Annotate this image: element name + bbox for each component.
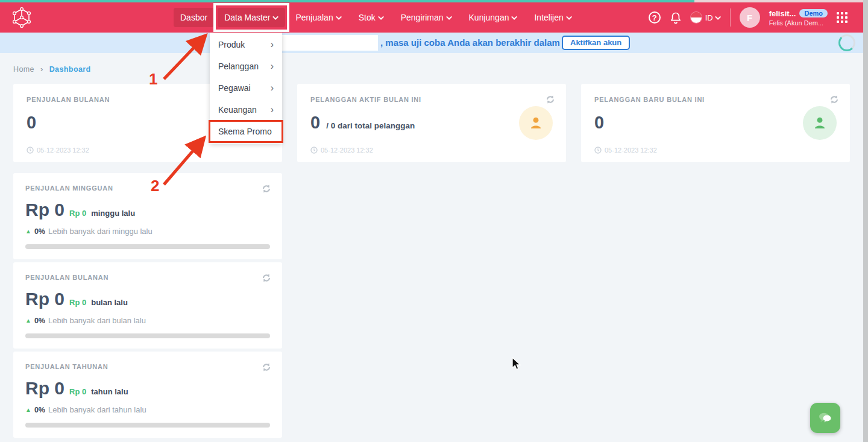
sales-compare-value: Rp 0: [69, 209, 86, 218]
trend-up-icon: ▲: [25, 406, 31, 413]
chevron-down-icon: [715, 14, 721, 20]
submenu-arrow-icon: ›: [271, 62, 274, 71]
indonesia-flag-icon: [691, 12, 702, 23]
dropdown-item-keuangan[interactable]: Keuangan ›: [210, 99, 282, 121]
customer-icon-bubble: [803, 106, 837, 140]
trend-percent: 0%: [34, 406, 45, 414]
trend-up-icon: ▲: [25, 228, 31, 235]
chevron-down-icon: [273, 14, 279, 20]
menu-item-dasbor[interactable]: Dasbor: [174, 8, 214, 27]
help-icon[interactable]: ?: [649, 11, 661, 24]
card-title: PENJUALAN BULANAN: [25, 274, 270, 281]
app-root: Dasbor Data Master Penjualan Stok Pengir…: [0, 0, 868, 442]
chevron-down-icon: [336, 14, 342, 20]
trend-percent: 0%: [34, 227, 45, 236]
card-title: PENJUALAN TAHUNAN: [25, 363, 270, 370]
stat-cards-row: PENJUALAN BULANAN 0 05-12-2023 12:32 PEL…: [13, 84, 850, 162]
mouse-cursor: [510, 357, 522, 371]
breadcrumb-home[interactable]: Home: [13, 65, 34, 74]
card-title: PELANGGAN AKTIF BULAN INI: [310, 96, 553, 103]
breadcrumb-current[interactable]: Dashboard: [49, 65, 91, 74]
trend-text: Lebih banyak dari bulan lalu: [48, 316, 146, 325]
sales-progress-bar: [25, 333, 270, 338]
language-selector[interactable]: ID: [691, 12, 721, 23]
menu-item-penjualan[interactable]: Penjualan: [289, 8, 348, 27]
trend-text: Lebih banyak dari minggu lalu: [48, 227, 153, 236]
trial-banner: , masa uji coba Anda akan berakhir dalam…: [0, 33, 868, 53]
navbar-divider: [730, 8, 731, 27]
apps-grid-icon[interactable]: [837, 12, 848, 23]
dropdown-label: Produk: [218, 40, 245, 49]
refresh-icon[interactable]: [262, 362, 271, 374]
menu-label: Stok: [359, 13, 376, 22]
trend-row: ▲ 0% Lebih banyak dari minggu lalu: [25, 227, 270, 236]
data-master-dropdown: Produk › Pelanggan › Pegawai › Keuangan …: [210, 33, 282, 144]
menu-label: Pengiriman: [401, 13, 444, 22]
menu-item-pengiriman[interactable]: Pengiriman: [394, 8, 459, 27]
user-subtitle: Felis (Akun Dem...: [769, 19, 828, 27]
refresh-icon[interactable]: [262, 273, 271, 285]
menu-item-kunjungan[interactable]: Kunjungan: [462, 8, 524, 27]
sales-compare-label: tahun lalu: [91, 387, 128, 396]
main-menu: Dasbor Data Master Penjualan Stok Pengir…: [174, 8, 579, 27]
card-penjualan-bulanan: PENJUALAN BULANAN Rp 0 Rp 0 bulan lalu ▲…: [13, 262, 282, 349]
refresh-icon[interactable]: [546, 95, 555, 107]
dropdown-item-skema-promo[interactable]: Skema Promo: [210, 121, 282, 142]
brand-logo[interactable]: [0, 7, 43, 28]
refresh-icon[interactable]: [262, 184, 271, 196]
top-navbar: Dasbor Data Master Penjualan Stok Pengir…: [0, 2, 868, 33]
trend-row: ▲ 0% Lebih banyak dari bulan lalu: [25, 316, 270, 325]
language-code: ID: [705, 13, 713, 22]
notifications-bell-icon[interactable]: [670, 11, 682, 24]
vertical-scrollbar[interactable]: [863, 0, 868, 442]
breadcrumb: Home › Dashboard: [13, 65, 91, 74]
dropdown-item-pegawai[interactable]: Pegawai ›: [210, 77, 282, 99]
clock-icon: [594, 147, 602, 154]
menu-label: Intelijen: [534, 13, 563, 22]
card-penjualan-mingguan: PENJUALAN MINGGUAN Rp 0 Rp 0 minggu lalu…: [13, 173, 282, 259]
chat-support-button[interactable]: [810, 403, 840, 433]
trend-percent: 0%: [34, 317, 45, 325]
person-icon: [528, 115, 544, 131]
menu-label: Penjualan: [295, 13, 333, 22]
card-pelanggan-baru: PELANGGAN BARU BULAN INI 0: [581, 84, 850, 162]
clock-icon: [310, 147, 318, 154]
refresh-icon[interactable]: [829, 95, 839, 107]
card-value: 0: [27, 113, 36, 133]
demo-badge: Demo: [799, 9, 828, 17]
card-value-suffix: / 0 dari total pelanggan: [326, 121, 415, 130]
person-icon: [812, 115, 828, 131]
chat-bubbles-icon: [817, 411, 833, 425]
hexagon-cube-logo-icon: [11, 7, 33, 28]
card-title: PENJUALAN MINGGUAN: [25, 185, 270, 192]
dropdown-label: Skema Promo: [218, 127, 272, 136]
card-penjualan-tahunan: PENJUALAN TAHUNAN Rp 0 Rp 0 tahun lalu ▲…: [13, 352, 282, 438]
trend-text: Lebih banyak dari tahun lalu: [48, 405, 146, 414]
menu-item-intelijen[interactable]: Intelijen: [527, 8, 578, 27]
user-info[interactable]: felisit... Demo Felis (Akun Dem...: [769, 9, 828, 27]
activate-account-button[interactable]: Aktifkan akun: [562, 36, 630, 50]
sales-progress-bar: [25, 244, 270, 249]
dropdown-label: Pelanggan: [218, 62, 259, 71]
menu-label: Data Master: [224, 13, 270, 22]
card-value: 0: [310, 113, 320, 133]
card-timestamp: 05-12-2023 12:32: [310, 147, 373, 154]
user-avatar[interactable]: F: [740, 7, 760, 28]
sales-compare-value: Rp 0: [69, 387, 86, 396]
sales-compare-label: bulan lalu: [91, 298, 128, 307]
sales-value: Rp 0: [25, 289, 64, 309]
card-timestamp: 05-12-2023 12:32: [594, 147, 657, 154]
dropdown-item-pelanggan[interactable]: Pelanggan ›: [210, 55, 282, 77]
card-title: PELANGGAN BARU BULAN INI: [594, 96, 837, 103]
sales-progress-bar: [25, 423, 270, 428]
submenu-arrow-icon: ›: [271, 105, 274, 115]
sales-cards-column: PENJUALAN MINGGUAN Rp 0 Rp 0 minggu lalu…: [13, 173, 282, 438]
submenu-arrow-icon: ›: [271, 83, 274, 93]
dropdown-item-produk[interactable]: Produk ›: [210, 34, 282, 55]
sales-compare-value: Rp 0: [69, 298, 86, 307]
timestamp-text: 05-12-2023 12:32: [37, 147, 89, 154]
menu-item-stok[interactable]: Stok: [352, 8, 391, 27]
customer-icon-bubble: [519, 106, 553, 140]
card-pelanggan-aktif: PELANGGAN AKTIF BULAN INI 0 / 0 dari tot…: [297, 84, 566, 162]
menu-item-data-master[interactable]: Data Master: [218, 8, 285, 27]
